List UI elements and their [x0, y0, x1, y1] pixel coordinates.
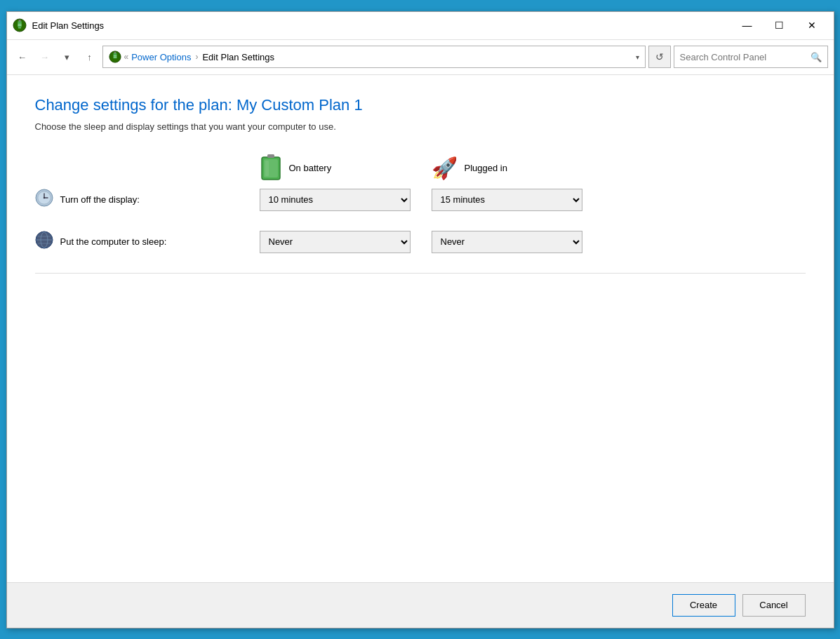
- search-input[interactable]: [680, 52, 808, 62]
- settings-table: On battery 🚀 Plugged in: [35, 153, 806, 253]
- main-window: Edit Plan Settings — ☐ ✕ ← → ▾ ↑ « Power: [6, 11, 834, 628]
- address-dropdown-icon[interactable]: ▾: [636, 53, 639, 61]
- breadcrumb-power-options[interactable]: Power Options: [131, 52, 191, 62]
- svg-rect-10: [113, 57, 116, 58]
- plugged-in-label: Plugged in: [465, 163, 507, 173]
- display-plugged-select[interactable]: 1 minute 2 minutes 3 minutes 5 minutes 1…: [432, 189, 582, 211]
- toolbar: ← → ▾ ↑ « Power Options › Edit Plan Sett…: [7, 40, 834, 75]
- up-button[interactable]: ↑: [80, 47, 100, 67]
- svg-rect-9: [113, 55, 116, 56]
- svg-rect-3: [18, 27, 21, 29]
- display-label-area: Turn off the display:: [35, 189, 260, 211]
- minimize-button[interactable]: —: [731, 14, 764, 36]
- display-icon: [35, 189, 53, 211]
- cancel-button[interactable]: Cancel: [742, 594, 806, 617]
- display-dropdowns: 1 minute 2 minutes 3 minutes 5 minutes 1…: [260, 189, 582, 211]
- title-bar: Edit Plan Settings — ☐ ✕: [7, 12, 834, 40]
- on-battery-header: On battery: [260, 153, 411, 183]
- svg-rect-14: [265, 161, 269, 176]
- content-divider: [35, 273, 806, 274]
- dropdown-button[interactable]: ▾: [58, 47, 77, 67]
- svg-rect-8: [114, 52, 116, 53]
- sleep-battery-select[interactable]: 1 minute 2 minutes 3 minutes 5 minutes 1…: [260, 231, 411, 253]
- close-button[interactable]: ✕: [796, 14, 828, 36]
- breadcrumb-sep: «: [124, 52, 129, 62]
- breadcrumb-current: Edit Plan Settings: [202, 52, 274, 62]
- window-controls: — ☐ ✕: [731, 14, 828, 36]
- refresh-button[interactable]: ↺: [648, 46, 671, 68]
- address-bar[interactable]: « Power Options › Edit Plan Settings ▾: [102, 46, 646, 68]
- display-label: Turn off the display:: [60, 194, 140, 205]
- breadcrumb-arrow: ›: [195, 52, 198, 62]
- sleep-dropdowns: 1 minute 2 minutes 3 minutes 5 minutes 1…: [260, 231, 582, 253]
- sleep-label: Put the computer to sleep:: [60, 236, 167, 247]
- address-bar-icon: [109, 51, 121, 63]
- svg-rect-4: [18, 24, 21, 25]
- battery-icon: [260, 153, 282, 183]
- on-battery-label: On battery: [289, 163, 332, 173]
- app-icon: [13, 18, 27, 32]
- svg-rect-2: [18, 20, 20, 22]
- page-subtext: Choose the sleep and display settings th…: [35, 121, 806, 132]
- create-button[interactable]: Create: [672, 594, 735, 617]
- svg-rect-5: [18, 25, 21, 26]
- svg-rect-12: [267, 154, 274, 158]
- sleep-icon: [35, 231, 53, 253]
- display-battery-select[interactable]: 1 minute 2 minutes 3 minutes 5 minutes 1…: [260, 189, 411, 211]
- maximize-button[interactable]: ☐: [764, 14, 796, 36]
- search-box: 🔍: [674, 46, 828, 68]
- sleep-label-area: Put the computer to sleep:: [35, 231, 260, 253]
- search-icon: 🔍: [811, 52, 822, 62]
- back-button[interactable]: ←: [13, 47, 32, 67]
- svg-point-19: [43, 196, 44, 198]
- sleep-setting-row: Put the computer to sleep: 1 minute 2 mi…: [35, 231, 806, 253]
- column-headers: On battery 🚀 Plugged in: [260, 153, 806, 183]
- forward-button[interactable]: →: [35, 47, 55, 67]
- window-title: Edit Plan Settings: [32, 20, 726, 31]
- page-heading: Change settings for the plan: My Custom …: [35, 96, 806, 114]
- plugged-in-header: 🚀 Plugged in: [432, 153, 582, 183]
- footer: Create Cancel: [7, 582, 834, 628]
- content-area: Change settings for the plan: My Custom …: [7, 75, 834, 582]
- sleep-plugged-select[interactable]: 1 minute 2 minutes 3 minutes 5 minutes 1…: [432, 231, 582, 253]
- rocket-icon: 🚀: [432, 156, 458, 180]
- display-setting-row: Turn off the display: 1 minute 2 minutes…: [35, 189, 806, 211]
